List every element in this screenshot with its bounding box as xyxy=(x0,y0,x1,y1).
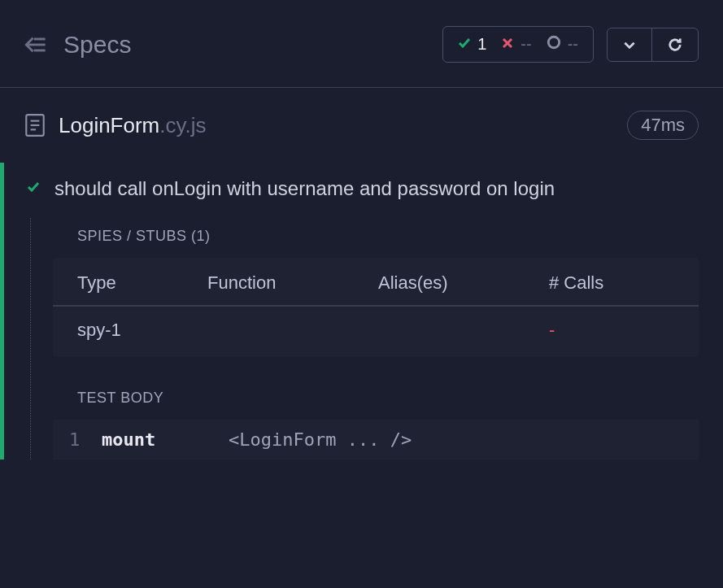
specs-header: Specs 1 -- -- xyxy=(0,0,723,88)
page-title: Specs xyxy=(63,31,131,59)
spies-table: Type Function Alias(es) # Calls spy-1 - xyxy=(53,258,699,357)
duration-badge: 47ms xyxy=(627,111,699,140)
x-icon xyxy=(501,35,514,54)
command-name: mount xyxy=(102,429,207,450)
test-title: should call onLogin with username and pa… xyxy=(54,177,555,200)
check-icon xyxy=(27,181,40,198)
cell-aliases xyxy=(378,320,549,341)
spec-filename[interactable]: LoginForm.cy.js xyxy=(59,113,207,138)
table-header: Type Function Alias(es) # Calls xyxy=(53,258,699,307)
col-type: Type xyxy=(77,272,207,294)
reload-button[interactable] xyxy=(652,28,698,61)
test-item: should call onLogin with username and pa… xyxy=(0,163,723,460)
col-calls: # Calls xyxy=(549,272,674,294)
spec-file-left: LoginForm.cy.js xyxy=(24,113,207,138)
stat-failed-value: -- xyxy=(520,35,531,54)
cell-type: spy-1 xyxy=(77,320,207,341)
test-title-row[interactable]: should call onLogin with username and pa… xyxy=(4,163,723,218)
stat-failed: -- xyxy=(501,35,531,54)
spec-file-row: LoginForm.cy.js 47ms xyxy=(0,88,723,163)
command-number: 1 xyxy=(69,429,81,450)
header-right: 1 -- -- xyxy=(442,26,699,63)
spec-filename-ext: .cy.js xyxy=(159,113,206,137)
col-function: Function xyxy=(207,272,378,294)
spec-filename-main: LoginForm xyxy=(59,113,159,137)
test-stats: 1 -- -- xyxy=(442,26,594,63)
stat-pending: -- xyxy=(547,35,578,54)
stat-passed-value: 1 xyxy=(477,35,486,54)
svg-point-3 xyxy=(548,37,560,48)
command-args: <LoginForm ... /> xyxy=(229,429,412,450)
cell-function xyxy=(207,320,378,341)
stat-passed: 1 xyxy=(458,35,486,54)
table-row[interactable]: spy-1 - xyxy=(53,307,699,357)
expand-button[interactable] xyxy=(608,28,652,61)
test-body-section: TEST BODY 1 mount <LoginForm ... /> xyxy=(30,380,723,460)
spies-section-label: SPIES / STUBS (1) xyxy=(30,218,723,258)
col-aliases: Alias(es) xyxy=(378,272,549,294)
pending-icon xyxy=(547,35,561,54)
action-buttons xyxy=(607,28,699,62)
stat-pending-value: -- xyxy=(568,35,578,54)
back-icon[interactable] xyxy=(24,35,47,54)
test-details: SPIES / STUBS (1) Type Function Alias(es… xyxy=(4,218,723,460)
cell-calls: - xyxy=(549,320,674,341)
file-icon xyxy=(24,113,46,137)
check-icon xyxy=(458,35,471,54)
header-left: Specs xyxy=(24,31,131,59)
test-body-label: TEST BODY xyxy=(30,380,723,420)
command-row[interactable]: 1 mount <LoginForm ... /> xyxy=(53,420,699,460)
